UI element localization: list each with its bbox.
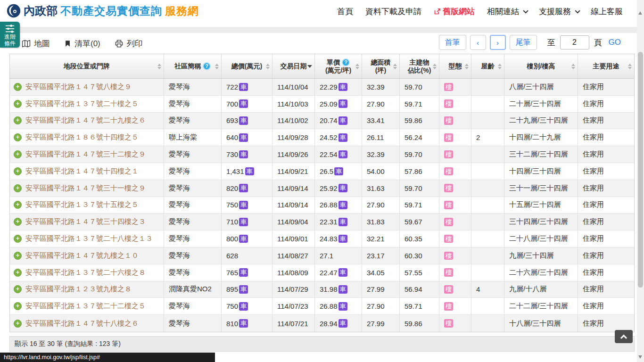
expand-plus-icon[interactable]: + — [14, 218, 22, 226]
address-link[interactable]: 安平區國平北路１２３號九樓之８ — [25, 285, 132, 294]
cell-usage: 住家用 — [578, 146, 634, 163]
last-page-button[interactable]: 尾筆 — [510, 35, 537, 50]
page-number-input[interactable] — [560, 35, 589, 49]
expand-plus-icon[interactable]: + — [14, 252, 22, 260]
cell-type: 樓 — [439, 113, 471, 129]
expand-plus-icon[interactable]: + — [14, 167, 22, 175]
address-link[interactable]: 安平區國平北路１４７號三十一樓之９ — [25, 184, 146, 193]
address-link[interactable]: 安平區國平北路１３７號十五樓之５ — [25, 200, 139, 209]
address-link[interactable]: 安平區國平北路１４７號八樓之９ — [25, 82, 132, 91]
address-link[interactable]: 安平區國平北路１３７號二十八樓之１３ — [25, 234, 153, 243]
expand-plus-icon[interactable]: + — [14, 150, 22, 158]
expand-plus-icon[interactable]: + — [14, 100, 22, 108]
address-link[interactable]: 安平區國平北路１４７號十四樓之１ — [25, 167, 139, 176]
cell-type: 樓 — [439, 230, 471, 247]
cell-usage: 住家用 — [578, 96, 634, 112]
next-page-button[interactable]: › — [490, 35, 506, 50]
column-header-9[interactable]: 樓別/樓高 — [504, 54, 578, 78]
nav-old-site[interactable]: 舊版網站 — [434, 6, 475, 17]
column-header-3[interactable]: 交易日期 — [272, 54, 315, 78]
external-link-icon — [434, 8, 441, 15]
car-badge: 車 — [339, 99, 347, 108]
cell-type: 樓 — [439, 163, 471, 180]
expand-plus-icon[interactable]: + — [14, 285, 22, 293]
cell-total-price: 730車 — [222, 146, 272, 163]
expand-plus-icon[interactable]: + — [14, 116, 22, 124]
first-page-button[interactable]: 首筆 — [439, 35, 466, 50]
scrollbar-thumb[interactable] — [638, 52, 643, 288]
address-link[interactable]: 安平區國平北路１３７號二十樓之５ — [25, 99, 139, 108]
cell-date: 114/09/01 — [272, 230, 315, 247]
expand-plus-icon[interactable]: + — [14, 133, 22, 141]
address-link[interactable]: 安平區國平北路１４７號三十四樓之３ — [25, 217, 146, 226]
go-button[interactable]: GO — [609, 38, 621, 47]
nav-related-links[interactable]: 相關連結 — [487, 6, 527, 17]
cell-total-price: 628 — [222, 247, 272, 264]
car-badge: 車 — [239, 83, 248, 91]
sort-icon — [628, 64, 632, 69]
cell-community: 愛琴海 — [164, 214, 222, 230]
column-header-8[interactable]: 屋齡 — [471, 54, 504, 78]
scrollbar-up-icon[interactable] — [638, 11, 642, 15]
expand-plus-icon[interactable]: + — [14, 302, 22, 310]
sort-icon — [157, 64, 161, 69]
column-header-4[interactable]: 單價?(萬元/坪) — [315, 54, 362, 78]
column-header-7[interactable]: 型態 — [439, 54, 471, 78]
address-link[interactable]: 安平區國平北路１４７號三十二樓之９ — [25, 150, 146, 159]
nav-home[interactable]: 首頁 — [337, 6, 353, 17]
advanced-conditions-tab[interactable]: 進階條件 — [0, 22, 20, 48]
results-table: 地段位置或門牌社區簡稱?總價(萬元)交易日期單價?(萬元/坪)總面積(坪)主建物… — [9, 54, 635, 332]
column-header-0[interactable]: 地段位置或門牌 — [10, 54, 164, 78]
site-logo[interactable]: 內政部 不動產交易實價查詢 服務網 — [7, 3, 199, 18]
table-row: +安平區國平北路１２３號九樓之８潤隆真愛NO2895車114/07/2931.9… — [10, 281, 634, 298]
cell-area: 27.90 — [362, 197, 400, 214]
building-type-badge: 樓 — [444, 252, 453, 260]
table-row: +安平區國平北路１３７號二十六樓之８愛琴海765車114/08/0922.47車… — [10, 264, 634, 281]
car-badge: 車 — [239, 302, 248, 311]
cell-total-price: 820車 — [222, 180, 272, 197]
cell-date: 114/09/14 — [272, 197, 315, 214]
column-header-5[interactable]: 總面積(坪) — [362, 54, 400, 78]
nav-support[interactable]: 支援服務 — [539, 6, 578, 17]
help-icon[interactable]: ? — [203, 62, 211, 70]
cell-total-price: 765車 — [222, 264, 272, 281]
map-button[interactable]: 地圖 — [22, 36, 50, 51]
scroll-top-button[interactable] — [615, 330, 633, 343]
chevron-up-icon — [620, 335, 627, 341]
nav-online-service[interactable]: 線上客服 — [591, 6, 623, 17]
list-button[interactable]: 清單(0) — [64, 36, 100, 51]
car-badge: 車 — [339, 235, 347, 243]
address-link[interactable]: 安平區國平北路１３７號二十二樓之５ — [25, 302, 146, 311]
cell-usage: 住家用 — [578, 163, 634, 180]
print-button[interactable]: 列印 — [115, 36, 143, 51]
address-link[interactable]: 安平區國平北路１３７號二十六樓之８ — [25, 268, 146, 277]
car-badge: 車 — [339, 201, 347, 209]
scrollbar-down-icon[interactable] — [638, 355, 642, 359]
help-icon[interactable]: ? — [342, 58, 350, 66]
expand-plus-icon[interactable]: + — [14, 269, 22, 277]
cell-community: 愛琴海 — [164, 298, 222, 314]
expand-plus-icon[interactable]: + — [14, 83, 22, 91]
address-link[interactable]: 安平區國平北路１４７號十八樓之６ — [25, 319, 139, 328]
nav-downloads[interactable]: 資料下載及申請 — [365, 6, 421, 17]
cell-usage: 住家用 — [578, 247, 634, 264]
address-link[interactable]: 安平區國平北路１８６號十四樓之５ — [25, 133, 139, 142]
column-header-1[interactable]: 社區簡稱? — [164, 54, 222, 78]
cell-address: +安平區國平北路１３７號二十八樓之１３ — [10, 230, 164, 247]
expand-plus-icon[interactable]: + — [14, 184, 22, 192]
address-link[interactable]: 安平區國平北路１４７號二十九樓之６ — [25, 116, 146, 125]
prev-page-button[interactable]: ‹ — [470, 35, 486, 50]
expand-plus-icon[interactable]: + — [14, 235, 22, 243]
expand-plus-icon[interactable]: + — [14, 201, 22, 209]
expand-plus-icon[interactable]: + — [14, 320, 22, 328]
column-header-2[interactable]: 總價(萬元) — [222, 54, 272, 78]
table-row: +安平區國平北路１４７號三十四樓之３愛琴海710車114/09/0422.31車… — [10, 214, 634, 230]
cell-date: 114/07/23 — [272, 298, 315, 314]
cell-type: 樓 — [439, 281, 471, 298]
column-header-6[interactable]: 主建物佔比(%) — [400, 54, 439, 78]
column-header-10[interactable]: 主要用途 — [578, 54, 634, 78]
address-link[interactable]: 安平區國平北路１４７號九樓之１０ — [25, 251, 139, 260]
cell-address: +安平區國平北路１２３號九樓之８ — [10, 281, 164, 298]
scrollbar-track[interactable] — [637, 0, 644, 362]
cell-area: 23.17 — [362, 247, 400, 264]
